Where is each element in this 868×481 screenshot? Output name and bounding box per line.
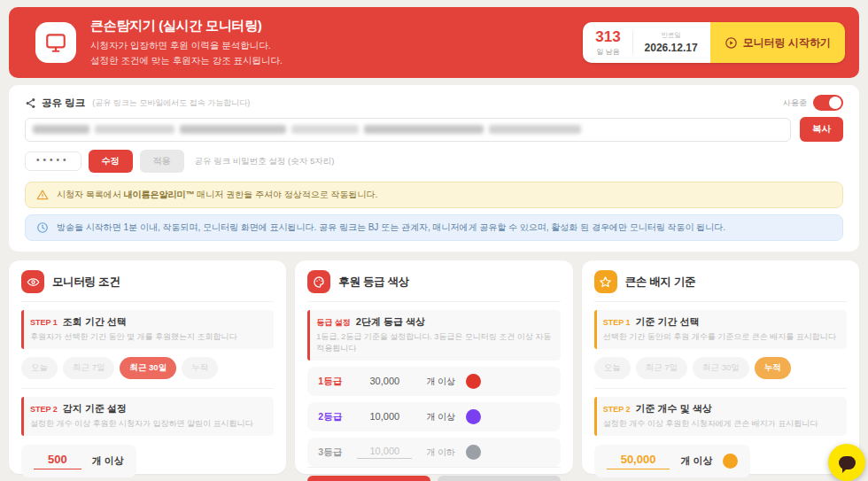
divider [632,31,633,54]
header-text: 큰손탐지기 (실시간 모니터링) 시청자가 입장하면 후원 이력을 분석합니다.… [90,18,283,67]
tier-setting-label: 등급 설정 [316,317,351,329]
page-subtitle: 시청자가 입장하면 후원 이력을 분석합니다. 설정한 조건에 맞는 후원자는 … [90,38,283,67]
warning-notice-text: 시청자 목록에서 내이름은알리미™ 매니저 권한을 주셔야 정상적으로 작동됩니… [57,189,377,201]
page-title: 큰손탐지기 (실시간 모니터링) [90,18,283,35]
step2-title: 기준 개수 및 색상 [636,402,712,415]
expiry: 만료일 2026.12.17 [645,31,698,54]
card-title: 후원 등급 색상 [338,275,409,290]
tier1-color-dot[interactable] [466,374,481,389]
share-link-section: 공유 링크 (공유 링크는 모바일에서도 접속 가능합니다) 사용중 복사 ••… [9,85,859,252]
period-7days[interactable]: 최근 7일 [636,357,687,379]
step2-label: STEP 2 [603,405,631,414]
subtitle-line1: 시청자가 입장하면 후원 이력을 분석합니다. [90,40,271,50]
period-total[interactable]: 누적 [182,357,218,379]
tier-row-3: 3등급 10,000 개 이하 [307,438,560,467]
step2-title: 감지 기준 설정 [63,402,127,415]
password-edit-button[interactable]: 수정 [89,150,133,173]
monitoring-conditions-card: 모니터링 조건 STEP 1 조회 기간 선택 후원자가 선택한 기간 동안 몇… [9,260,286,474]
tier-row-2: 2등급 10,000 개 이상 [307,402,560,431]
tier1-value[interactable]: 30,000 [357,376,412,388]
tier2-unit: 개 이상 [426,411,455,423]
tier-colors-card: 후원 등급 색상 등급 설정 2단계 등급 색상 1등급, 2등급 기준을 설정… [295,260,572,474]
star-icon [594,270,617,293]
warning-triangle-icon [36,189,49,201]
password-input[interactable]: ••••• [25,151,81,171]
threshold-box: 50,000 개 이상 [594,445,751,477]
share-url-input[interactable] [25,118,791,142]
tier2-color-dot[interactable] [466,409,481,424]
share-link-toggle[interactable] [813,95,843,111]
share-link-title: 공유 링크 [42,97,85,110]
toggle-status-label: 사용중 [783,97,807,109]
step1-desc: 후원자가 선택한 기간 동안 몇 개를 후원했는지 조회합니다 [30,331,265,343]
tier-setting-box: 등급 설정 2단계 등급 색상 1등급, 2등급 기준을 설정합니다. 3등급은… [307,310,560,361]
kakao-speech-bubble-icon [839,456,856,469]
tier3-label: 3등급 [318,446,357,459]
period-today[interactable]: 오늘 [21,357,58,379]
tier3-value[interactable]: 10,000 [357,446,412,459]
play-circle-icon [725,36,738,50]
days-remaining-label: 일 남음 [596,47,619,57]
kakao-chat-button[interactable] [828,444,865,481]
threshold-input[interactable]: 50,000 [607,453,670,469]
warning-notice: 시청자 목록에서 내이름은알리미™ 매니저 권한을 주셔야 정상적으로 작동됩니… [25,182,843,208]
step2-desc: 설정한 개수 이상 후원한 시청자에게 큰손 배지가 표시됩니다 [603,418,838,430]
palette-icon [307,270,330,293]
tier3-color-dot[interactable] [466,445,481,460]
step1-title: 기준 기간 선택 [636,315,700,329]
step2-desc: 설정한 개수 이상 후원한 시청자가 입장하면 알림이 표시됩니다 [30,418,265,430]
days-remaining: 313 일 남음 [595,29,620,57]
start-monitoring-button[interactable]: 모니터링 시작하기 [710,22,845,63]
tier-row-1: 1등급 30,000 개 이상 [307,367,560,396]
threshold-input[interactable]: 500 [34,453,81,469]
period-30days[interactable]: 최근 30일 [693,357,749,379]
step1-label: STEP 1 [603,318,631,327]
password-apply-button[interactable]: 적용 [140,150,184,173]
period-options: 오늘 최근 7일 최근 30일 누적 [594,357,847,379]
info-notice-text: 방송을 시작하면 1분 이내, 작동되며, 모니터링 화면에 표시됩니다. 공유… [57,221,725,234]
subtitle-line2: 설정한 조건에 맞는 후원자는 강조 표시됩니다. [90,55,283,66]
monitor-icon [35,22,76,63]
settings-cards: 모니터링 조건 STEP 1 조회 기간 선택 후원자가 선택한 기간 동안 몇… [9,260,859,474]
period-today[interactable]: 오늘 [594,357,631,379]
tier-setting-desc: 1등급, 2등급 기준을 설정합니다. 3등급은 모니터링 조건 이상 자동 적… [316,331,551,354]
copy-button[interactable]: 복사 [800,117,843,142]
step1-box: STEP 1 기준 기간 선택 선택한 기간 동안의 후원 개수를 기준으로 큰… [594,310,847,349]
clock-icon [36,221,49,234]
period-total-selected[interactable]: 누적 [755,357,791,379]
tier3-unit: 개 이하 [426,446,455,459]
edit-button[interactable]: 수정하기 [307,476,430,481]
eye-icon [21,270,44,293]
step2-label: STEP 2 [30,405,58,414]
period-options: 오늘 최근 7일 최근 30일 누적 [21,357,274,379]
threshold-unit: 개 이상 [680,454,712,468]
step1-desc: 선택한 기간 동안의 후원 개수를 기준으로 큰손 배지를 표시합니다 [603,331,838,343]
expiry-label: 만료일 [661,31,681,40]
tier1-label: 1등급 [318,376,357,388]
save-button[interactable]: 저장하기 [438,476,561,481]
step2-box: STEP 2 기준 개수 및 색상 설정한 개수 이상 후원한 시청자에게 큰손… [594,397,847,436]
info-notice: 방송을 시작하면 1분 이내, 작동되며, 모니터링 화면에 표시됩니다. 공유… [25,214,843,241]
period-7days[interactable]: 최근 7일 [63,357,114,379]
page: 큰손탐지기 (실시간 모니터링) 시청자가 입장하면 후원 이력을 분석합니다.… [0,0,868,481]
step1-label: STEP 1 [30,318,58,327]
share-link-hint: (공유 링크는 모바일에서도 접속 가능합니다) [92,97,250,109]
tier2-label: 2등급 [318,411,357,423]
step2-box: STEP 2 감지 기준 설정 설정한 개수 이상 후원한 시청자가 입장하면 … [21,397,274,436]
share-icon [25,97,36,109]
password-hint: 공유 링크 비밀번호 설정 (숫자 5자리) [195,156,335,167]
period-30days-selected[interactable]: 최근 30일 [120,357,176,379]
days-remaining-value: 313 [595,29,620,44]
threshold-box: 500 개 이상 [21,445,136,477]
step1-title: 조회 기간 선택 [63,315,127,329]
app-header: 큰손탐지기 (실시간 모니터링) 시청자가 입장하면 후원 이력을 분석합니다.… [9,7,859,78]
license-stats: 313 일 남음 만료일 2026.12.17 [583,22,709,63]
tier-setting-title: 2단계 등급 색상 [356,315,425,329]
tier2-value[interactable]: 10,000 [357,411,412,423]
tier1-unit: 개 이상 [426,376,455,388]
badge-color-dot[interactable] [723,454,738,469]
expiry-date: 2026.12.17 [645,42,698,54]
start-monitoring-label: 모니터링 시작하기 [743,35,831,50]
card-title: 큰손 배지 기준 [625,275,696,290]
threshold-unit: 개 이상 [92,454,124,468]
